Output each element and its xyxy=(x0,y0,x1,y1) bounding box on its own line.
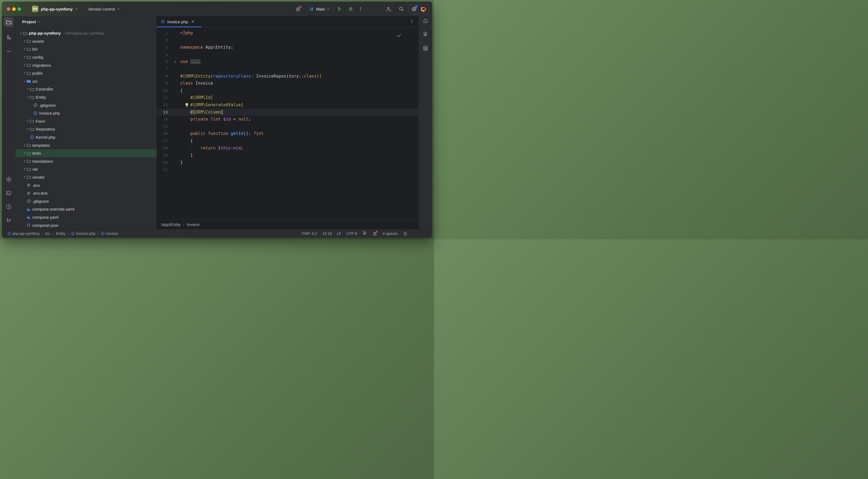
git-toolwindow-button[interactable] xyxy=(2,216,16,225)
tree-item-.env.test[interactable]: .env.test xyxy=(16,189,157,197)
project-toolwindow-button[interactable] xyxy=(3,17,13,27)
more-actions-button[interactable] xyxy=(358,6,363,11)
tree-item-config[interactable]: config xyxy=(16,53,157,61)
breadcrumb-item[interactable]: Invoice xyxy=(187,222,200,227)
chevron-right-icon[interactable] xyxy=(23,167,26,171)
folder-icon xyxy=(27,63,31,67)
encoding-widget[interactable]: UTF-8 xyxy=(346,231,357,236)
code-text: return $this->id; xyxy=(180,145,243,152)
more-toolwindows-button[interactable] xyxy=(2,47,16,56)
terminal-toolwindow-button[interactable] xyxy=(2,189,16,197)
folder-icon xyxy=(27,55,31,60)
tree-item-tests[interactable]: tests xyxy=(16,149,157,157)
chevron-right-icon[interactable] xyxy=(23,71,26,75)
caret-position-widget[interactable]: 13:18 xyxy=(322,231,332,236)
chevron-down-icon[interactable] xyxy=(26,95,30,99)
folder-icon xyxy=(27,159,31,163)
structure-toolwindow-button[interactable] xyxy=(2,33,16,41)
debug-button[interactable] xyxy=(348,6,353,12)
php-version-widget[interactable]: PHP: 8.2 xyxy=(302,231,317,236)
close-tab-icon[interactable]: ✕ xyxy=(191,19,195,24)
indent-widget[interactable]: 4 spaces xyxy=(382,231,398,236)
tree-item-php-pp-symfony[interactable]: php-pp-symfony~/Dev/php-pp-symfony xyxy=(16,29,157,37)
settings-gear-button[interactable] xyxy=(411,6,417,12)
project-name-menu[interactable]: php-pp-symfony xyxy=(41,7,73,11)
textfile-icon xyxy=(27,191,31,196)
tree-item-Invoice.php[interactable]: Invoice.php xyxy=(16,109,157,117)
tree-item-src[interactable]: src xyxy=(16,77,157,85)
code-line-17: 17 { xyxy=(157,137,418,145)
tree-item-migrations[interactable]: migrations xyxy=(16,61,157,69)
no-debug-session-icon[interactable] xyxy=(295,6,301,12)
no-debug-icon[interactable] xyxy=(372,231,377,236)
breadcrumb-item[interactable]: \App\Entity xyxy=(161,222,181,227)
zoom-window-button[interactable] xyxy=(18,7,21,11)
folded-region[interactable]: ... xyxy=(190,59,200,64)
tree-item-var[interactable]: var xyxy=(16,165,157,173)
status-breadcrumb-item[interactable]: Invoice xyxy=(101,231,118,236)
run-button[interactable] xyxy=(337,6,342,12)
chevron-right-icon[interactable] xyxy=(23,143,26,147)
services-toolwindow-button[interactable] xyxy=(2,175,16,183)
ai-spiral-icon[interactable] xyxy=(362,231,367,236)
chevron-down-icon[interactable] xyxy=(19,31,23,35)
version-control-menu[interactable]: Version control xyxy=(88,7,115,11)
editor-options-kebab-icon[interactable] xyxy=(409,19,414,24)
tree-item-translations[interactable]: translations xyxy=(16,157,157,165)
chevron-down-icon[interactable] xyxy=(23,79,26,83)
project-panel-title[interactable]: Project xyxy=(22,20,36,24)
tree-item-.gitignore[interactable]: .gitignore xyxy=(16,101,157,109)
intention-bulb-icon[interactable] xyxy=(185,103,189,108)
code-with-me-button[interactable] xyxy=(386,6,392,12)
database-toolwindow-button[interactable] xyxy=(419,45,432,51)
tree-item-bin[interactable]: bin xyxy=(16,45,157,53)
chevron-right-icon[interactable] xyxy=(23,160,26,163)
line-number: 19 xyxy=(157,152,168,159)
git-branch-widget[interactable]: Main xyxy=(309,6,330,12)
tree-item-compose.yaml[interactable]: compose.yaml xyxy=(16,213,157,221)
tree-item-public[interactable]: public xyxy=(16,69,157,77)
tree-item-templates[interactable]: templates xyxy=(16,141,157,149)
code-line-7: 7 xyxy=(157,65,418,73)
close-window-button[interactable] xyxy=(7,7,10,11)
tree-item-vendor[interactable]: vendor xyxy=(16,173,157,181)
chevron-right-icon[interactable] xyxy=(23,56,26,59)
status-breadcrumb-item[interactable]: Invoice.php xyxy=(71,231,95,236)
fold-arrow-icon[interactable] xyxy=(168,58,180,65)
tree-item-.env[interactable]: .env xyxy=(16,181,157,189)
code-line-3: 3namespace App\Entity; xyxy=(157,44,418,51)
chevron-right-icon[interactable] xyxy=(23,39,26,43)
status-breadcrumb-item[interactable]: Entity xyxy=(56,231,65,236)
tab-invoice-php[interactable]: Invoice.php ✕ xyxy=(157,16,194,27)
chevron-right-icon[interactable] xyxy=(23,47,26,51)
tree-item-.gitignore[interactable]: .gitignore xyxy=(16,197,157,205)
unlocked-icon[interactable] xyxy=(403,231,408,236)
chevron-right-icon[interactable] xyxy=(26,87,30,91)
code-text: #[ORM\Column] xyxy=(180,109,223,116)
chevron-right-icon[interactable] xyxy=(26,127,30,131)
chevron-right-icon[interactable] xyxy=(23,64,26,67)
tree-item-assets[interactable]: assets xyxy=(16,37,157,45)
code-area[interactable]: 1<?php23namespace App\Entity;45use ...78… xyxy=(157,27,418,219)
tree-item-Form[interactable]: Form xyxy=(16,117,157,126)
tree-item-composer.json[interactable]: composer.json xyxy=(16,221,157,229)
chevron-right-icon[interactable] xyxy=(23,175,26,179)
chevron-right-icon[interactable] xyxy=(23,151,26,155)
notifications-toolwindow-button[interactable] xyxy=(419,19,432,24)
status-breadcrumb-item[interactable]: php-pp-symfony xyxy=(7,231,39,236)
phpclass-icon xyxy=(33,111,38,115)
status-breadcrumb-item[interactable]: src xyxy=(45,231,50,236)
gutter-slot xyxy=(168,123,180,130)
search-everywhere-button[interactable] xyxy=(399,6,404,12)
tree-item-Entity[interactable]: Entity xyxy=(16,93,157,101)
tree-item-Kernel.php[interactable]: Kernel.php xyxy=(16,133,157,141)
phpstorm-logo-icon[interactable] xyxy=(420,6,427,12)
problems-toolwindow-button[interactable] xyxy=(2,203,16,211)
tree-item-compose.override.yaml[interactable]: compose.override.yaml xyxy=(16,205,157,213)
ai-assistant-toolwindow-button[interactable] xyxy=(419,32,432,37)
tree-item-Repository[interactable]: Repository xyxy=(16,125,157,133)
tree-item-Controller[interactable]: Controller xyxy=(16,85,157,93)
chevron-right-icon[interactable] xyxy=(26,119,30,123)
minimize-window-button[interactable] xyxy=(12,7,16,11)
line-ending-widget[interactable]: LF xyxy=(337,231,341,236)
